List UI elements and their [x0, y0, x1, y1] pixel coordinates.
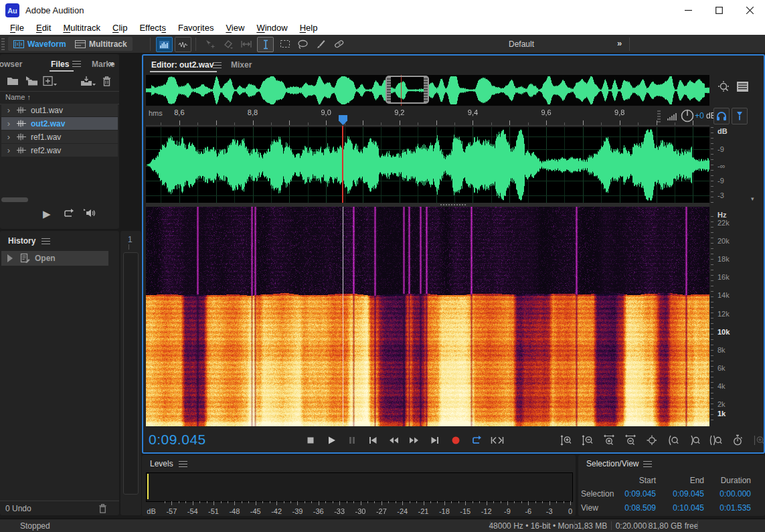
- selection-end-value[interactable]: 0:09.045: [668, 489, 704, 499]
- view-end-value[interactable]: 0:10.045: [668, 503, 704, 513]
- close-button[interactable]: [734, 0, 765, 20]
- time-selection-tool[interactable]: [257, 37, 274, 52]
- zoom-in-right-button[interactable]: [688, 434, 701, 446]
- selection-view-menu-icon[interactable]: [643, 461, 652, 467]
- slip-tool[interactable]: [220, 37, 236, 51]
- timeline-ruler[interactable]: hms 8,68,89,09,29,49,69,8: [146, 107, 709, 126]
- view-start-value[interactable]: 0:08.509: [620, 503, 656, 513]
- history-entry-open[interactable]: Open: [1, 251, 108, 266]
- zoom-out-amplitude-button[interactable]: [581, 434, 594, 446]
- menu-view[interactable]: View: [220, 23, 250, 33]
- zoom-to-selection-button[interactable]: [709, 434, 723, 446]
- minimize-button[interactable]: [673, 0, 703, 20]
- pin-monitor-button[interactable]: [732, 108, 748, 124]
- workspace-overflow-chevron[interactable]: »: [617, 38, 622, 48]
- files-horizontal-scrollbar[interactable]: [1, 197, 28, 202]
- open-file-button[interactable]: [7, 76, 19, 86]
- expand-chevron-icon[interactable]: ›: [1, 145, 16, 155]
- paintbrush-tool[interactable]: [313, 37, 329, 51]
- strip-track[interactable]: [123, 252, 139, 495]
- marquee-selection-tool[interactable]: [277, 37, 292, 51]
- files-tabs-overflow-chevron[interactable]: »: [109, 58, 114, 68]
- file-row-out1[interactable]: › out1.wav: [1, 104, 118, 116]
- editor-panel-menu-icon[interactable]: [213, 62, 222, 68]
- playhead-time-display[interactable]: 0:09.045: [149, 432, 206, 448]
- selection-view-title[interactable]: Selection/View: [586, 459, 639, 468]
- files-panel-menu-icon[interactable]: [72, 61, 81, 67]
- zoom-disabled-button[interactable]: [752, 434, 765, 446]
- menu-file[interactable]: File: [4, 23, 30, 33]
- workspace-label[interactable]: Default: [509, 39, 534, 49]
- new-file-button[interactable]: [43, 76, 58, 87]
- selection-duration-value[interactable]: 0:00.000: [715, 489, 751, 499]
- editor-display-menu-button[interactable]: [736, 81, 749, 92]
- view-box-left-handle[interactable]: [387, 77, 391, 102]
- loop-playback-button[interactable]: [470, 434, 483, 446]
- tab-editor[interactable]: Editor: out2.wav: [151, 60, 214, 70]
- file-row-ref1[interactable]: › ref1.wav: [1, 130, 118, 143]
- spectrogram-canvas[interactable]: [146, 207, 709, 426]
- files-column-header[interactable]: Name ↑: [0, 91, 119, 104]
- save-file-button[interactable]: [80, 76, 96, 87]
- record-button[interactable]: [449, 434, 462, 446]
- collapsed-panel-strip[interactable]: 1: [120, 231, 141, 515]
- spot-healing-tool[interactable]: [331, 37, 347, 51]
- amplitude-scale[interactable]: dB ▾ -9-∞-9-3: [711, 127, 762, 203]
- skip-selection-button[interactable]: [491, 434, 504, 446]
- import-file-button[interactable]: [25, 76, 39, 86]
- frequency-scale[interactable]: Hz 22k20k18k16k14k12k10k8k6k4k2k1k: [711, 207, 762, 426]
- expand-chevron-icon[interactable]: ›: [1, 118, 16, 128]
- skip-to-end-button[interactable]: [428, 434, 442, 446]
- zoom-in-time-button[interactable]: [602, 434, 616, 446]
- tab-files[interactable]: Files: [51, 60, 69, 69]
- history-panel-menu-icon[interactable]: [41, 238, 50, 244]
- zoom-in-amplitude-button[interactable]: [560, 434, 573, 446]
- play-button[interactable]: [325, 434, 338, 446]
- menu-edit[interactable]: Edit: [30, 23, 57, 33]
- waveform-display-toggle[interactable]: [175, 37, 191, 52]
- files-play-button[interactable]: ▶: [43, 208, 51, 220]
- selection-start-value[interactable]: 0:09.045: [620, 489, 656, 499]
- toolbar-grip[interactable]: [1, 38, 5, 50]
- levels-title[interactable]: Levels: [150, 459, 173, 468]
- skip-to-start-button[interactable]: [366, 434, 379, 446]
- move-tool[interactable]: [202, 37, 218, 51]
- zoom-in-left-button[interactable]: [667, 434, 680, 446]
- files-loop-play-button[interactable]: [63, 208, 75, 219]
- clear-history-trash-icon[interactable]: [98, 503, 108, 514]
- zoom-out-time-button[interactable]: [624, 434, 637, 446]
- waveform-canvas[interactable]: [146, 127, 709, 203]
- multitrack-mode-button[interactable]: Multitrack: [70, 37, 133, 51]
- rewind-button[interactable]: [387, 434, 400, 446]
- lasso-selection-tool[interactable]: [295, 37, 311, 51]
- delete-file-button[interactable]: [102, 76, 112, 87]
- menu-multitrack[interactable]: Multitrack: [57, 23, 106, 33]
- levels-panel-menu-icon[interactable]: [179, 461, 187, 467]
- menu-favorites[interactable]: Favorites: [172, 23, 220, 33]
- volume-value[interactable]: +0 dB: [695, 111, 716, 120]
- timer-button[interactable]: [731, 434, 744, 446]
- view-duration-value[interactable]: 0:01.535: [715, 503, 751, 513]
- expand-chevron-icon[interactable]: ›: [1, 105, 16, 115]
- history-title[interactable]: History: [8, 236, 35, 246]
- spectral-display-toggle[interactable]: [156, 37, 173, 52]
- ruler-scrollbar-grip[interactable]: [657, 110, 661, 122]
- overview-zoom-reset-button[interactable]: [717, 80, 731, 94]
- menu-effects[interactable]: Effects: [133, 23, 172, 33]
- file-row-out2-selected[interactable]: › out2.wav: [1, 117, 118, 130]
- view-box-right-handle[interactable]: [424, 77, 428, 102]
- file-row-ref2[interactable]: › ref2.wav: [1, 144, 118, 157]
- expand-chevron-icon[interactable]: ›: [1, 132, 16, 142]
- menu-help[interactable]: Help: [294, 23, 324, 33]
- stop-button[interactable]: [304, 434, 317, 446]
- menu-window[interactable]: Window: [250, 23, 293, 33]
- files-autoplay-button[interactable]: [83, 207, 96, 219]
- stretch-tool[interactable]: [238, 37, 254, 51]
- tab-media-browser[interactable]: rowser: [0, 60, 22, 69]
- maximize-button[interactable]: [703, 0, 734, 20]
- menu-clip[interactable]: Clip: [106, 23, 133, 33]
- volume-knob[interactable]: [680, 108, 695, 123]
- overview-view-range-box[interactable]: [386, 76, 429, 104]
- zoom-full-button[interactable]: [645, 434, 659, 446]
- waveform-mode-button[interactable]: Waveform: [8, 37, 72, 51]
